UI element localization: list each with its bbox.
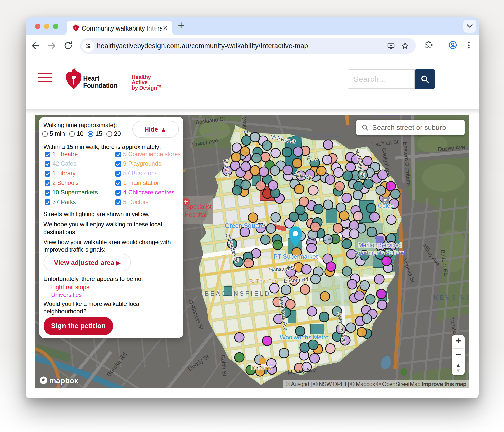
svg-text:Apartments Zetland: Apartments Zetland xyxy=(355,250,405,256)
svg-text:Hospital: Hospital xyxy=(185,211,207,218)
svg-text:Green Square: Green Square xyxy=(225,222,264,229)
svg-text:W A T E R L O O: W A T E R L O O xyxy=(295,131,340,138)
svg-text:To Thai For: To Thai For xyxy=(249,278,277,284)
svg-text:Meriton Suites: Meriton Suites xyxy=(375,115,413,118)
svg-text:PT Supermarket: PT Supermarket xyxy=(274,253,318,260)
svg-text:B E A C O N S F I E L D: B E A C O N S F I E L D xyxy=(205,290,269,297)
svg-text:Woolworths Metro: Woolworths Metro xyxy=(280,334,329,341)
svg-text:Di Mario: Di Mario xyxy=(251,365,272,371)
svg-text:Z E T L A N D: Z E T L A N D xyxy=(307,235,343,242)
svg-text:K E N S I N G: K E N S I N G xyxy=(434,294,469,301)
